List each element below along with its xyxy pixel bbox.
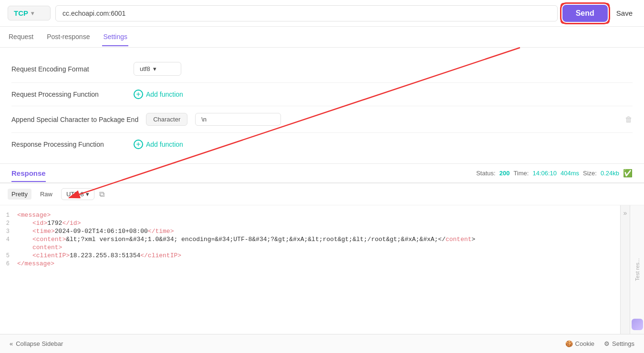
raw-view-button[interactable]: Raw	[36, 189, 56, 200]
response-title: Response	[11, 169, 46, 182]
code-line-1: 1 <message>	[0, 211, 620, 219]
scroll-area: 1 <message> 2 <id>1792</id> 3 <time>2024…	[0, 205, 644, 334]
add-request-function-label: Add function	[146, 91, 183, 98]
main-content: Request Encoding Format utf8 ▾ Request P…	[0, 48, 644, 334]
send-button-wrapper: Send	[562, 5, 608, 22]
encoding-value: utf8	[140, 65, 150, 72]
code-view: 1 <message> 2 <id>1792</id> 3 <time>2024…	[0, 205, 620, 273]
time-label: Time:	[513, 170, 529, 177]
code-area: 1 <message> 2 <id>1792</id> 3 <time>2024…	[0, 205, 620, 334]
pretty-view-button[interactable]: Pretty	[8, 189, 31, 200]
protocol-selector[interactable]: TCP ▾	[8, 6, 51, 20]
protocol-label: TCP	[14, 9, 28, 17]
time-value: 14:06:10	[532, 170, 557, 177]
character-badge: Character	[146, 113, 187, 126]
test-result-panel: Test res...	[630, 205, 644, 334]
settings-gear-icon: ⚙	[604, 340, 610, 347]
response-processing-label: Response Processing Function	[11, 141, 126, 148]
test-result-label: Test res...	[634, 258, 640, 281]
send-button[interactable]: Send	[562, 5, 608, 22]
add-response-function-label: Add function	[146, 141, 183, 148]
bottom-right-actions: 🍪 Cookie ⚙ Settings	[565, 340, 634, 347]
collapse-bar[interactable]: »	[620, 205, 630, 334]
size-label: Size:	[583, 170, 597, 177]
collapse-double-arrow-icon[interactable]: »	[623, 209, 627, 217]
append-label: Append Special Character to Package End	[11, 116, 138, 123]
cookie-icon: 🍪	[565, 340, 573, 347]
add-request-function-button[interactable]: + Add function	[134, 90, 183, 99]
encoding-chevron-icon: ▾	[86, 191, 89, 198]
check-circle-icon: ✅	[623, 169, 633, 178]
response-meta: Status: 200 Time: 14:06:10 404ms Size: 0…	[476, 169, 633, 178]
encoding-row: Request Encoding Format utf8 ▾	[11, 55, 633, 83]
line-number: 5	[0, 252, 17, 259]
response-processing-row: Response Processing Function + Add funct…	[11, 133, 633, 156]
status-value: 200	[499, 170, 510, 177]
collapse-arrows-icon: «	[10, 340, 13, 347]
tab-request[interactable]: Request	[8, 28, 34, 46]
settings-button[interactable]: ⚙ Settings	[604, 340, 634, 347]
line-number: 2	[0, 220, 17, 227]
chevron-down-icon: ▾	[31, 10, 34, 17]
url-input[interactable]	[55, 5, 558, 21]
test-result-thumb	[632, 319, 643, 330]
status-label: Status:	[476, 170, 495, 177]
bottom-bar: « Collapse Sidebar 🍪 Cookie ⚙ Settings	[0, 334, 644, 353]
cookie-label: Cookie	[575, 340, 594, 347]
collapse-sidebar-button[interactable]: « Collapse Sidebar	[10, 340, 63, 347]
time-ms: 404ms	[561, 170, 579, 177]
encoding-chevron-icon: ▾	[153, 65, 156, 72]
code-line-6: 6 </message>	[0, 260, 620, 268]
top-bar: TCP ▾ Send Save	[0, 0, 644, 27]
code-line-5: 5 <clientIP>18.223.255.83:51354</clientI…	[0, 252, 620, 260]
delete-icon[interactable]: 🗑	[625, 115, 633, 124]
response-toolbar: Pretty Raw UTF-8 ▾ ⧉	[0, 183, 644, 205]
request-processing-label: Request Processing Function	[11, 91, 126, 98]
line-number: 4	[0, 236, 17, 243]
settings-label: Settings	[612, 340, 634, 347]
encoding-select[interactable]: utf8 ▾	[134, 62, 181, 76]
code-line-2: 2 <id>1792</id>	[0, 219, 620, 227]
request-processing-row: Request Processing Function + Add functi…	[11, 83, 633, 106]
line-number	[0, 244, 17, 244]
code-line-4: 4 <content>&lt;?xml version=&#34;1.0&#34…	[0, 235, 620, 243]
cookie-button[interactable]: 🍪 Cookie	[565, 340, 594, 347]
line-number: 1	[0, 212, 17, 219]
plus-circle-icon: +	[134, 90, 143, 99]
append-character-row: Append Special Character to Package End …	[11, 106, 633, 133]
encoding-select-value: UTF-8	[66, 191, 84, 198]
encoding-dropdown[interactable]: UTF-8 ▾	[61, 188, 94, 200]
line-number: 6	[0, 260, 17, 267]
line-number: 3	[0, 228, 17, 235]
encoding-label: Request Encoding Format	[11, 65, 126, 73]
tabs-bar: Request Post-response Settings	[0, 27, 644, 48]
page-wrapper: TCP ▾ Send Save Request Post-response Se…	[0, 0, 644, 353]
collapse-sidebar-label: Collapse Sidebar	[16, 340, 63, 347]
tab-settings[interactable]: Settings	[102, 28, 128, 46]
copy-button[interactable]: ⧉	[99, 190, 104, 199]
save-button[interactable]: Save	[613, 6, 636, 20]
code-line-3: 3 <time>2024-09-02T14:06:10+08:00</time>	[0, 227, 620, 235]
response-header: Response Status: 200 Time: 14:06:10 404m…	[0, 164, 644, 183]
size-value: 0.24kb	[601, 170, 619, 177]
char-input[interactable]	[195, 113, 281, 126]
plus-circle-icon-2: +	[134, 140, 143, 149]
response-section: Response Status: 200 Time: 14:06:10 404m…	[0, 164, 644, 334]
tab-post-response[interactable]: Post-response	[46, 28, 91, 46]
code-line-4b: content>	[0, 243, 620, 252]
settings-panel: Request Encoding Format utf8 ▾ Request P…	[0, 48, 644, 164]
add-response-function-button[interactable]: + Add function	[134, 140, 183, 149]
